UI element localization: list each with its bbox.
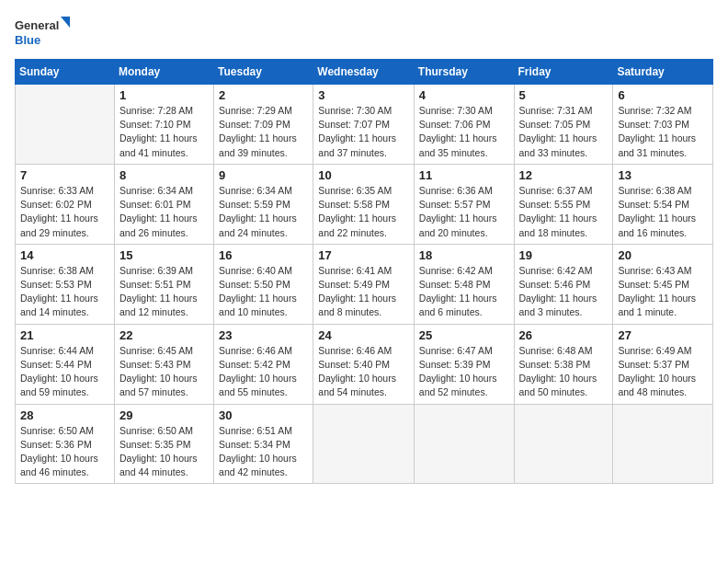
day-info: Sunrise: 6:51 AMSunset: 5:34 PMDaylight:… xyxy=(219,424,308,480)
day-info: Sunrise: 6:38 AMSunset: 5:54 PMDaylight:… xyxy=(618,184,708,240)
calendar-week-5: 28Sunrise: 6:50 AMSunset: 5:36 PMDayligh… xyxy=(16,404,713,484)
calendar-cell: 11Sunrise: 6:36 AMSunset: 5:57 PMDayligh… xyxy=(414,164,514,244)
day-info: Sunrise: 7:28 AMSunset: 7:10 PMDaylight:… xyxy=(119,104,209,160)
calendar-cell: 2Sunrise: 7:29 AMSunset: 7:09 PMDaylight… xyxy=(214,85,313,165)
calendar-cell: 22Sunrise: 6:45 AMSunset: 5:43 PMDayligh… xyxy=(114,324,213,404)
day-info: Sunrise: 6:33 AMSunset: 6:02 PMDaylight:… xyxy=(20,184,109,240)
calendar-cell: 3Sunrise: 7:30 AMSunset: 7:07 PMDaylight… xyxy=(313,85,415,165)
calendar-cell: 21Sunrise: 6:44 AMSunset: 5:44 PMDayligh… xyxy=(16,324,115,404)
day-header-wednesday: Wednesday xyxy=(313,60,415,85)
day-info: Sunrise: 6:44 AMSunset: 5:44 PMDaylight:… xyxy=(20,344,109,400)
day-header-friday: Friday xyxy=(514,60,613,85)
day-info: Sunrise: 6:42 AMSunset: 5:48 PMDaylight:… xyxy=(419,264,509,320)
logo: GeneralBlue xyxy=(15,15,70,48)
day-number: 28 xyxy=(20,408,109,422)
day-info: Sunrise: 6:49 AMSunset: 5:37 PMDaylight:… xyxy=(618,344,708,400)
calendar-cell xyxy=(613,404,713,484)
calendar-cell: 23Sunrise: 6:46 AMSunset: 5:42 PMDayligh… xyxy=(214,324,313,404)
calendar-week-1: 1Sunrise: 7:28 AMSunset: 7:10 PMDaylight… xyxy=(16,85,713,165)
calendar-cell: 24Sunrise: 6:46 AMSunset: 5:40 PMDayligh… xyxy=(313,324,415,404)
day-number: 8 xyxy=(119,168,209,182)
day-number: 14 xyxy=(20,248,109,262)
day-info: Sunrise: 6:46 AMSunset: 5:40 PMDaylight:… xyxy=(318,344,409,400)
logo-icon: GeneralBlue xyxy=(15,15,70,48)
calendar-cell: 4Sunrise: 7:30 AMSunset: 7:06 PMDaylight… xyxy=(414,85,514,165)
day-number: 23 xyxy=(219,328,308,342)
calendar-cell: 5Sunrise: 7:31 AMSunset: 7:05 PMDaylight… xyxy=(514,85,613,165)
day-number: 6 xyxy=(618,88,708,102)
day-number: 17 xyxy=(318,248,409,262)
calendar-cell: 30Sunrise: 6:51 AMSunset: 5:34 PMDayligh… xyxy=(214,404,313,484)
day-number: 15 xyxy=(119,248,209,262)
day-info: Sunrise: 6:35 AMSunset: 5:58 PMDaylight:… xyxy=(318,184,409,240)
day-header-tuesday: Tuesday xyxy=(214,60,313,85)
day-info: Sunrise: 7:29 AMSunset: 7:09 PMDaylight:… xyxy=(219,104,308,160)
day-number: 10 xyxy=(318,168,409,182)
svg-text:Blue: Blue xyxy=(15,33,40,47)
day-number: 29 xyxy=(119,408,209,422)
day-info: Sunrise: 6:46 AMSunset: 5:42 PMDaylight:… xyxy=(219,344,308,400)
day-info: Sunrise: 7:30 AMSunset: 7:06 PMDaylight:… xyxy=(419,104,509,160)
day-info: Sunrise: 6:45 AMSunset: 5:43 PMDaylight:… xyxy=(119,344,209,400)
day-number: 26 xyxy=(519,328,609,342)
day-number: 3 xyxy=(318,88,409,102)
day-number: 1 xyxy=(119,88,209,102)
day-info: Sunrise: 6:39 AMSunset: 5:51 PMDaylight:… xyxy=(119,264,209,320)
day-number: 25 xyxy=(419,328,509,342)
calendar-cell: 28Sunrise: 6:50 AMSunset: 5:36 PMDayligh… xyxy=(16,404,115,484)
day-number: 22 xyxy=(119,328,209,342)
day-number: 11 xyxy=(419,168,509,182)
day-number: 21 xyxy=(20,328,109,342)
day-info: Sunrise: 7:32 AMSunset: 7:03 PMDaylight:… xyxy=(618,104,708,160)
calendar-cell: 1Sunrise: 7:28 AMSunset: 7:10 PMDaylight… xyxy=(114,85,213,165)
day-number: 5 xyxy=(519,88,609,102)
day-number: 19 xyxy=(519,248,609,262)
day-header-monday: Monday xyxy=(114,60,213,85)
day-info: Sunrise: 6:41 AMSunset: 5:49 PMDaylight:… xyxy=(318,264,409,320)
calendar-cell: 16Sunrise: 6:40 AMSunset: 5:50 PMDayligh… xyxy=(214,244,313,324)
day-number: 2 xyxy=(219,88,308,102)
day-number: 7 xyxy=(20,168,109,182)
day-number: 12 xyxy=(519,168,609,182)
calendar-cell: 13Sunrise: 6:38 AMSunset: 5:54 PMDayligh… xyxy=(613,164,713,244)
day-info: Sunrise: 6:38 AMSunset: 5:53 PMDaylight:… xyxy=(20,264,109,320)
calendar-cell: 27Sunrise: 6:49 AMSunset: 5:37 PMDayligh… xyxy=(613,324,713,404)
day-number: 9 xyxy=(219,168,308,182)
svg-text:General: General xyxy=(15,18,59,32)
day-header-thursday: Thursday xyxy=(414,60,514,85)
day-number: 13 xyxy=(618,168,708,182)
day-header-sunday: Sunday xyxy=(16,60,115,85)
calendar-week-4: 21Sunrise: 6:44 AMSunset: 5:44 PMDayligh… xyxy=(16,324,713,404)
calendar-header-row: SundayMondayTuesdayWednesdayThursdayFrid… xyxy=(16,60,713,85)
calendar-cell: 9Sunrise: 6:34 AMSunset: 5:59 PMDaylight… xyxy=(214,164,313,244)
day-info: Sunrise: 6:50 AMSunset: 5:35 PMDaylight:… xyxy=(119,424,209,480)
day-info: Sunrise: 6:40 AMSunset: 5:50 PMDaylight:… xyxy=(219,264,308,320)
day-info: Sunrise: 6:43 AMSunset: 5:45 PMDaylight:… xyxy=(618,264,708,320)
calendar-cell: 12Sunrise: 6:37 AMSunset: 5:55 PMDayligh… xyxy=(514,164,613,244)
calendar-cell: 6Sunrise: 7:32 AMSunset: 7:03 PMDaylight… xyxy=(613,85,713,165)
day-number: 4 xyxy=(419,88,509,102)
day-info: Sunrise: 6:34 AMSunset: 6:01 PMDaylight:… xyxy=(119,184,209,240)
day-info: Sunrise: 6:34 AMSunset: 5:59 PMDaylight:… xyxy=(219,184,308,240)
calendar-cell: 17Sunrise: 6:41 AMSunset: 5:49 PMDayligh… xyxy=(313,244,415,324)
calendar-cell xyxy=(414,404,514,484)
day-info: Sunrise: 6:48 AMSunset: 5:38 PMDaylight:… xyxy=(519,344,609,400)
day-info: Sunrise: 6:37 AMSunset: 5:55 PMDaylight:… xyxy=(519,184,609,240)
day-number: 27 xyxy=(618,328,708,342)
calendar-cell: 20Sunrise: 6:43 AMSunset: 5:45 PMDayligh… xyxy=(613,244,713,324)
day-info: Sunrise: 6:42 AMSunset: 5:46 PMDaylight:… xyxy=(519,264,609,320)
calendar-cell xyxy=(514,404,613,484)
calendar-cell: 19Sunrise: 6:42 AMSunset: 5:46 PMDayligh… xyxy=(514,244,613,324)
calendar-cell: 8Sunrise: 6:34 AMSunset: 6:01 PMDaylight… xyxy=(114,164,213,244)
calendar-week-3: 14Sunrise: 6:38 AMSunset: 5:53 PMDayligh… xyxy=(16,244,713,324)
calendar-cell xyxy=(16,85,115,165)
day-info: Sunrise: 7:31 AMSunset: 7:05 PMDaylight:… xyxy=(519,104,609,160)
calendar-cell: 7Sunrise: 6:33 AMSunset: 6:02 PMDaylight… xyxy=(16,164,115,244)
day-info: Sunrise: 6:50 AMSunset: 5:36 PMDaylight:… xyxy=(20,424,109,480)
day-number: 20 xyxy=(618,248,708,262)
day-header-saturday: Saturday xyxy=(613,60,713,85)
calendar-cell: 14Sunrise: 6:38 AMSunset: 5:53 PMDayligh… xyxy=(16,244,115,324)
calendar-cell xyxy=(313,404,415,484)
calendar-cell: 15Sunrise: 6:39 AMSunset: 5:51 PMDayligh… xyxy=(114,244,213,324)
day-number: 24 xyxy=(318,328,409,342)
